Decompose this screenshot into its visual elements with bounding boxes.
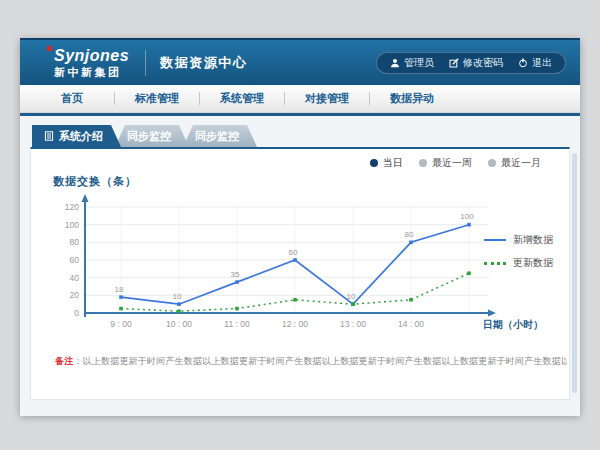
radio-dot-icon (370, 159, 378, 167)
point-label: 18 (115, 285, 124, 294)
series-0-point (177, 302, 181, 306)
x-axis-title: 日期（小时） (483, 319, 543, 330)
series-1-point (293, 298, 297, 302)
document-icon (44, 131, 54, 141)
point-label: 10 (347, 292, 356, 301)
legend-swatch-dotted (484, 262, 506, 265)
tab-bar: 系统介绍同步监控同步监控 (32, 125, 580, 147)
point-label: 60 (289, 248, 298, 257)
power-icon (518, 58, 528, 68)
nav-item-3[interactable]: 对接管理 (285, 85, 369, 112)
filter-radio-0[interactable]: 当日 (370, 156, 403, 170)
user-menu-item-edit[interactable]: 修改密码 (449, 56, 503, 70)
nav-item-0[interactable]: 首页 (30, 85, 114, 112)
filter-radio-1[interactable]: 最近一周 (419, 156, 472, 170)
y-tick-label: 80 (70, 237, 80, 247)
filter-radio-2[interactable]: 最近一月 (488, 156, 541, 170)
panel-scrollbar[interactable] (572, 153, 577, 393)
series-1-point (351, 302, 355, 306)
y-axis-title: 数据交换（条） (53, 174, 137, 189)
tab-1[interactable]: 同步监控 (115, 125, 189, 147)
legend-swatch-solid (484, 239, 506, 241)
series-0-point (293, 258, 297, 262)
nav-item-4[interactable]: 数据异动 (370, 85, 454, 112)
series-1-point (235, 307, 239, 311)
user-menu-item-user[interactable]: 管理员 (390, 56, 434, 70)
filter-label: 最近一月 (501, 156, 541, 170)
point-label: 80 (405, 230, 414, 239)
radio-dot-icon (419, 159, 427, 167)
filter-label: 最近一周 (432, 156, 472, 170)
footnote: 备注：以上数据更新于时间产生数据以上数据更新于时间产生数据以上数据更新于时间产生… (55, 355, 567, 368)
tab-2[interactable]: 同步监控 (183, 125, 257, 147)
series-0-point (467, 223, 471, 227)
user-menu: 管理员修改密码退出 (376, 52, 566, 74)
series-0-point (235, 280, 239, 284)
nav-item-1[interactable]: 标准管理 (115, 85, 199, 112)
x-tick-label: 12 : 00 (282, 319, 308, 329)
x-tick-label: 13 : 00 (340, 319, 366, 329)
logo[interactable]: Synjones 新中新集团 (54, 48, 129, 78)
legend-label: 新增数据 (513, 233, 553, 247)
range-filters: 当日最近一周最近一月 (370, 156, 541, 170)
legend-label: 更新数据 (513, 256, 553, 270)
footnote-text: ：以上数据更新于时间产生数据以上数据更新于时间产生数据以上数据更新于时间产生数据… (73, 356, 567, 366)
chart-panel: 当日最近一周最近一月 数据交换（条） 0204060801001209 : 00… (30, 147, 570, 400)
tab-0[interactable]: 系统介绍 (32, 125, 121, 147)
y-tick-label: 0 (74, 308, 79, 318)
series-0-point (119, 295, 123, 299)
point-label: 35 (231, 270, 240, 279)
logo-accent-mark (46, 44, 53, 51)
x-tick-label: 10 : 00 (166, 319, 192, 329)
user-icon (390, 58, 400, 68)
series-1-point (177, 309, 181, 313)
app-header: Synjones 新中新集团 数据资源中心 管理员修改密码退出 (20, 38, 580, 85)
y-tick-label: 20 (70, 290, 80, 300)
x-axis-arrow-icon (488, 310, 496, 317)
radio-dot-icon (488, 159, 496, 167)
legend-item-0[interactable]: 新增数据 (484, 233, 553, 247)
tab-label: 系统介绍 (59, 129, 103, 144)
point-label: 100 (460, 212, 474, 221)
y-tick-label: 60 (70, 255, 80, 265)
y-tick-label: 40 (70, 273, 80, 283)
nav-item-2[interactable]: 系统管理 (200, 85, 284, 112)
chart-legend: 新增数据更新数据 (484, 233, 553, 270)
user-menu-label: 管理员 (404, 56, 434, 70)
line-chart: 0204060801001209 : 0010 : 0011 : 0012 : … (43, 191, 545, 351)
x-tick-label: 14 : 00 (398, 319, 424, 329)
y-tick-label: 100 (65, 220, 79, 230)
legend-item-1[interactable]: 更新数据 (484, 256, 553, 270)
logo-text-en: Synjones (54, 48, 129, 64)
main-nav: 首页标准管理系统管理对接管理数据异动 (20, 85, 580, 113)
app-window: Synjones 新中新集团 数据资源中心 管理员修改密码退出 首页标准管理系统… (20, 38, 580, 415)
tab-label: 同步监控 (195, 129, 239, 144)
series-1-point (119, 307, 123, 311)
y-axis-arrow-icon (82, 194, 89, 202)
edit-icon (449, 58, 459, 68)
page-title: 数据资源中心 (160, 54, 247, 72)
x-tick-label: 9 : 00 (110, 319, 132, 329)
footnote-label: 备注 (55, 356, 73, 366)
filter-label: 当日 (383, 156, 403, 170)
series-1-point (467, 271, 471, 275)
y-tick-label: 120 (65, 202, 79, 212)
series-1-point (409, 298, 413, 302)
user-menu-item-power[interactable]: 退出 (518, 56, 552, 70)
x-tick-label: 11 : 00 (224, 319, 250, 329)
tab-label: 同步监控 (127, 129, 171, 144)
header-divider (145, 50, 146, 76)
series-0-point (409, 241, 413, 245)
user-menu-label: 修改密码 (463, 56, 503, 70)
user-menu-label: 退出 (532, 56, 552, 70)
logo-text-cn: 新中新集团 (54, 67, 129, 78)
content-area: 系统介绍同步监控同步监控 当日最近一周最近一月 数据交换（条） 02040608… (20, 116, 580, 416)
point-label: 10 (173, 292, 182, 301)
